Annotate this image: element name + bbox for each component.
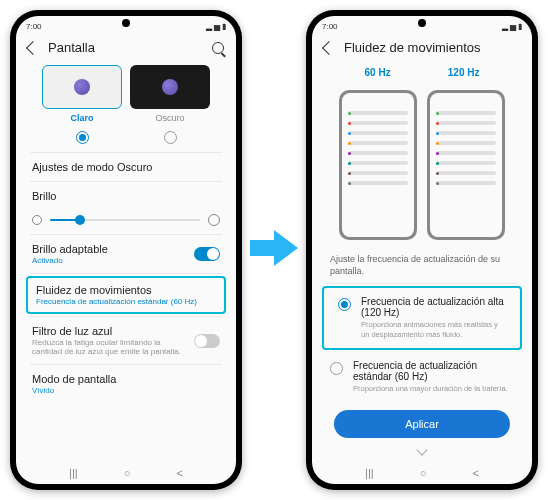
adaptive-toggle[interactable] xyxy=(194,247,220,261)
nav-home[interactable]: ○ xyxy=(124,467,131,479)
nav-home[interactable]: ○ xyxy=(420,467,427,479)
theme-dark-label: Oscuro xyxy=(130,113,210,123)
status-time: 7:00 xyxy=(26,22,42,31)
brightness-slider-row xyxy=(20,210,232,234)
phone-right: 7:00 ▂ ▅ ▮ Fluidez de movimientos 60 Hz … xyxy=(306,10,538,490)
theme-light[interactable]: Claro xyxy=(42,65,122,123)
camera-notch xyxy=(418,19,426,27)
screen-right: 7:00 ▂ ▅ ▮ Fluidez de movimientos 60 Hz … xyxy=(312,16,532,484)
page-title: Fluidez de movimientos xyxy=(344,40,520,55)
nav-bar: ||| ○ < xyxy=(16,462,236,484)
theme-light-preview xyxy=(42,65,122,109)
fluidity-row[interactable]: Fluidez de movimientos Frecuencia de act… xyxy=(28,278,224,312)
search-icon[interactable] xyxy=(212,42,224,54)
screen-left: 7:00 ▂ ▅ ▮ Pantalla Claro Oscuro xyxy=(16,16,236,484)
nav-recent[interactable]: ||| xyxy=(69,467,78,479)
radio-dark[interactable] xyxy=(164,131,177,144)
description: Ajuste la frecuencia de actualización de… xyxy=(316,248,528,283)
bluelight-toggle[interactable] xyxy=(194,334,220,348)
theme-light-label: Claro xyxy=(42,113,122,123)
tab-60hz[interactable]: 60 Hz xyxy=(365,67,391,82)
status-icons: ▂ ▅ ▮ xyxy=(502,22,522,31)
header: Fluidez de movimientos xyxy=(312,34,532,61)
transition-arrow xyxy=(250,226,298,274)
phone-left: 7:00 ▂ ▅ ▮ Pantalla Claro Oscuro xyxy=(10,10,242,490)
page-title: Pantalla xyxy=(48,40,202,55)
highlight-fluidity: Fluidez de movimientos Frecuencia de act… xyxy=(26,276,226,314)
highlight-120hz: Frecuencia de actualización alta (120 Hz… xyxy=(322,286,522,350)
option-120hz[interactable]: Frecuencia de actualización alta (120 Hz… xyxy=(324,288,520,348)
bluelight-row[interactable]: Filtro de luz azul Reduzca la fatiga ocu… xyxy=(20,317,232,364)
brightness-slider[interactable] xyxy=(50,219,200,221)
tab-120hz[interactable]: 120 Hz xyxy=(448,67,480,82)
camera-notch xyxy=(122,19,130,27)
radio-60hz[interactable] xyxy=(330,362,343,375)
sun-low-icon xyxy=(32,215,42,225)
chevron-down-icon[interactable] xyxy=(416,444,427,455)
theme-dark[interactable]: Oscuro xyxy=(130,65,210,123)
preview-60hz xyxy=(339,90,417,240)
status-icons: ▂ ▅ ▮ xyxy=(206,22,226,31)
nav-bar: ||| ○ < xyxy=(312,462,532,484)
back-icon[interactable] xyxy=(322,40,336,54)
radio-120hz[interactable] xyxy=(338,298,351,311)
nav-back[interactable]: < xyxy=(473,467,479,479)
nav-back[interactable]: < xyxy=(177,467,183,479)
status-time: 7:00 xyxy=(322,22,338,31)
preview-row xyxy=(316,82,528,248)
refresh-tabs: 60 Hz 120 Hz xyxy=(316,61,528,82)
screen-mode-row[interactable]: Modo de pantalla Vívido xyxy=(20,365,232,397)
arrow-right-icon xyxy=(250,226,298,274)
adaptive-brightness-row[interactable]: Brillo adaptable Activado xyxy=(20,235,232,273)
back-icon[interactable] xyxy=(26,40,40,54)
apply-button[interactable]: Aplicar xyxy=(334,410,510,438)
sun-high-icon xyxy=(208,214,220,226)
brightness-section: Brillo xyxy=(20,182,232,210)
theme-dark-preview xyxy=(130,65,210,109)
option-60hz[interactable]: Frecuencia de actualización estándar (60… xyxy=(316,352,528,402)
preview-120hz xyxy=(427,90,505,240)
content: Claro Oscuro Ajustes de modo Oscuro Bril… xyxy=(16,61,236,462)
nav-recent[interactable]: ||| xyxy=(365,467,374,479)
theme-radios xyxy=(20,127,232,152)
theme-selector: Claro Oscuro xyxy=(20,61,232,127)
dark-mode-settings[interactable]: Ajustes de modo Oscuro xyxy=(20,153,232,181)
header: Pantalla xyxy=(16,34,236,61)
radio-light[interactable] xyxy=(76,131,89,144)
content: 60 Hz 120 Hz xyxy=(312,61,532,462)
